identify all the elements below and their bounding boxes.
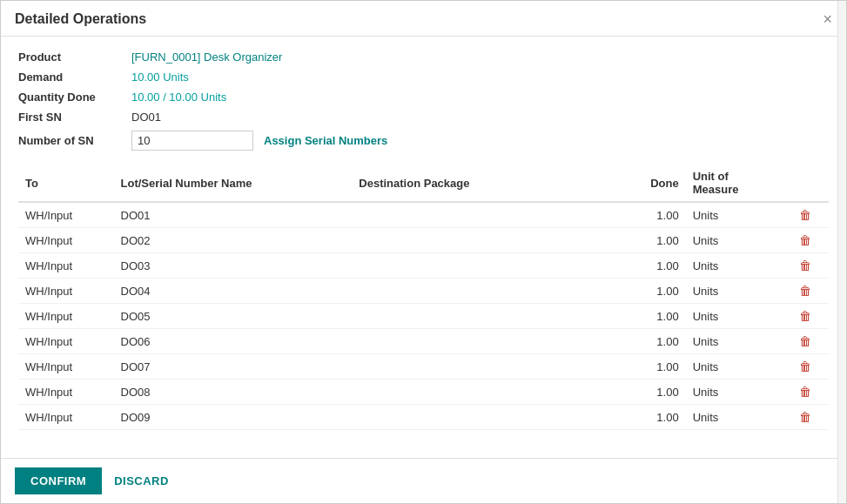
col-header-lot: Lot/Serial Number Name [114, 165, 353, 202]
table-row: WH/Input DO08 1.00 Units 🗑 [18, 380, 829, 405]
delete-icon[interactable]: 🗑 [799, 360, 811, 373]
modal-header: Detailed Operations × [1, 1, 846, 37]
confirm-button[interactable]: CONFIRM [15, 467, 102, 494]
cell-delete[interactable]: 🗑 [781, 228, 829, 253]
cell-dest [352, 354, 614, 380]
table-row: WH/Input DO09 1.00 Units 🗑 [18, 405, 829, 430]
cell-uom: Units [686, 329, 782, 354]
quantity-done-label: Quantity Done [18, 91, 131, 104]
col-header-done: Done [615, 165, 686, 202]
cell-to: WH/Input [18, 228, 114, 253]
cell-dest [352, 405, 614, 430]
cell-to: WH/Input [18, 279, 114, 304]
discard-button[interactable]: DISCARD [111, 467, 172, 494]
col-header-delete [781, 165, 829, 202]
cell-done: 1.00 [615, 380, 686, 405]
cell-to: WH/Input [18, 354, 114, 380]
cell-dest [352, 253, 614, 279]
table-row: WH/Input DO07 1.00 Units 🗑 [18, 354, 829, 380]
cell-lot: DO02 [114, 228, 353, 253]
cell-dest [352, 329, 614, 354]
cell-to: WH/Input [18, 304, 114, 329]
cell-lot: DO09 [114, 405, 353, 430]
assign-serial-numbers-link[interactable]: Assign Serial Numbers [264, 134, 387, 147]
delete-icon[interactable]: 🗑 [799, 410, 811, 424]
cell-uom: Units [686, 253, 782, 279]
delete-icon[interactable]: 🗑 [799, 334, 811, 348]
cell-delete[interactable]: 🗑 [781, 329, 829, 354]
cell-delete[interactable]: 🗑 [781, 405, 829, 430]
first-sn-label: First SN [18, 111, 131, 124]
modal-footer: CONFIRM DISCARD [1, 458, 846, 503]
quantity-done-row: Quantity Done 10.00 / 10.00 Units [18, 91, 829, 104]
modal-dialog: Detailed Operations × Product [FURN_0001… [0, 0, 847, 504]
table-header-row: To Lot/Serial Number Name Destination Pa… [18, 165, 829, 202]
table-row: WH/Input DO06 1.00 Units 🗑 [18, 329, 829, 354]
cell-done: 1.00 [615, 228, 686, 253]
quantity-done-value: 10.00 / 10.00 Units [131, 91, 226, 104]
cell-to: WH/Input [18, 380, 114, 405]
cell-uom: Units [686, 202, 782, 228]
col-header-to: To [18, 165, 114, 202]
delete-icon[interactable]: 🗑 [799, 259, 811, 272]
number-of-sn-row: Number of SN Assign Serial Numbers [18, 131, 829, 151]
cell-done: 1.00 [615, 329, 686, 354]
cell-lot: DO03 [114, 253, 353, 279]
delete-icon[interactable]: 🗑 [799, 309, 811, 323]
table-row: WH/Input DO02 1.00 Units 🗑 [18, 228, 829, 253]
cell-dest [352, 304, 614, 329]
delete-icon[interactable]: 🗑 [799, 385, 811, 399]
cell-uom: Units [686, 304, 782, 329]
product-value[interactable]: [FURN_0001] Desk Organizer [131, 50, 282, 64]
number-of-sn-label: Number of SN [18, 134, 131, 147]
modal-title: Detailed Operations [15, 11, 146, 27]
cell-to: WH/Input [18, 202, 114, 228]
close-button[interactable]: × [823, 11, 832, 27]
cell-delete[interactable]: 🗑 [781, 253, 829, 279]
cell-uom: Units [686, 354, 782, 380]
cell-lot: DO04 [114, 279, 353, 304]
cell-lot: DO01 [114, 202, 353, 228]
table-row: WH/Input DO03 1.00 Units 🗑 [18, 253, 829, 279]
delete-icon[interactable]: 🗑 [799, 208, 811, 222]
table-row: WH/Input DO04 1.00 Units 🗑 [18, 279, 829, 304]
cell-done: 1.00 [615, 304, 686, 329]
delete-icon[interactable]: 🗑 [799, 233, 811, 247]
cell-lot: DO06 [114, 329, 353, 354]
cell-to: WH/Input [18, 329, 114, 354]
cell-dest [352, 202, 614, 228]
cell-to: WH/Input [18, 405, 114, 430]
number-of-sn-input[interactable] [131, 131, 253, 151]
cell-done: 1.00 [615, 279, 686, 304]
cell-delete[interactable]: 🗑 [781, 202, 829, 228]
cell-dest [352, 279, 614, 304]
first-sn-value: DO01 [131, 111, 161, 124]
cell-dest [352, 380, 614, 405]
table-row: WH/Input DO01 1.00 Units 🗑 [18, 202, 829, 228]
col-header-uom: Unit of Measure [686, 165, 782, 202]
cell-uom: Units [686, 405, 782, 430]
operations-table: To Lot/Serial Number Name Destination Pa… [18, 165, 829, 430]
cell-done: 1.00 [615, 253, 686, 279]
scrollbar[interactable] [837, 1, 846, 503]
cell-to: WH/Input [18, 253, 114, 279]
cell-done: 1.00 [615, 354, 686, 380]
cell-lot: DO08 [114, 380, 353, 405]
cell-lot: DO05 [114, 304, 353, 329]
cell-delete[interactable]: 🗑 [781, 354, 829, 380]
table-section: To Lot/Serial Number Name Destination Pa… [18, 165, 829, 430]
demand-row: Demand 10.00 Units [18, 71, 829, 84]
demand-label: Demand [18, 71, 131, 84]
col-header-dest: Destination Package [352, 165, 614, 202]
delete-icon[interactable]: 🗑 [799, 284, 811, 298]
cell-delete[interactable]: 🗑 [781, 279, 829, 304]
first-sn-row: First SN DO01 [18, 111, 829, 124]
cell-done: 1.00 [615, 202, 686, 228]
cell-uom: Units [686, 380, 782, 405]
product-label: Product [18, 50, 131, 64]
cell-uom: Units [686, 279, 782, 304]
cell-delete[interactable]: 🗑 [781, 380, 829, 405]
demand-value: 10.00 Units [131, 71, 189, 84]
table-row: WH/Input DO05 1.00 Units 🗑 [18, 304, 829, 329]
cell-delete[interactable]: 🗑 [781, 304, 829, 329]
